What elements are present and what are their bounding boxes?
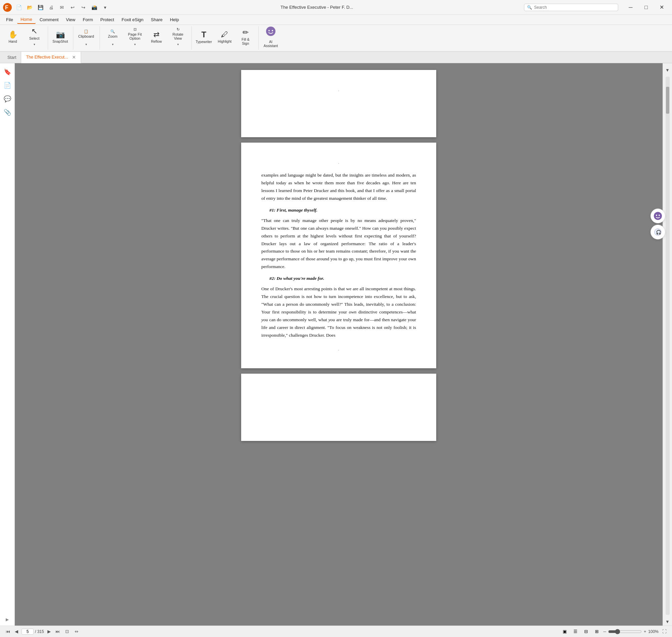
tool-group-annotate: T Typewriter 🖊 Highlight ✏ Fill & Sign — [194, 26, 259, 50]
clipboard-label: Clipboard — [78, 34, 94, 38]
print-button[interactable]: 🖨 — [47, 3, 56, 12]
tool-group-ai: AI Assistant — [261, 26, 284, 50]
window-controls: ─ □ ✕ — [623, 2, 669, 13]
menu-home[interactable]: Home — [17, 16, 36, 24]
status-right: ▣ ☰ ⊟ ⊞ ─ + 100% ⛶ — [560, 628, 668, 635]
page-dot-top: . — [261, 87, 416, 92]
tool-group-snapshot: 📷 SnapShot — [50, 26, 73, 50]
undo-button[interactable]: ↩ — [68, 3, 77, 12]
select-tool[interactable]: ↖ Select — [23, 26, 45, 41]
svg-point-7 — [658, 215, 660, 216]
pdf-page-bottom — [241, 374, 436, 441]
pdf-viewer[interactable]: . . examples and language might be dated… — [15, 63, 662, 625]
search-input[interactable] — [534, 5, 615, 10]
right-panel-btn-1[interactable]: ▼ — [664, 66, 672, 74]
fit-width-button[interactable]: ⇔ — [73, 628, 80, 635]
single-page-view[interactable]: ▣ — [560, 628, 569, 635]
sidebar-collapse-button[interactable]: ▶ — [4, 616, 11, 623]
pagefit-tool[interactable]: ⊡ Page Fit Option — [124, 26, 146, 41]
clipboard-dropdown[interactable]: ▾ — [75, 41, 97, 48]
menu-form[interactable]: Form — [79, 16, 96, 23]
ai-assistant-tool[interactable]: AI Assistant — [261, 26, 281, 48]
rotateview-dropdown[interactable]: ▾ — [167, 41, 189, 48]
highlight-tool[interactable]: 🖊 Highlight — [215, 26, 235, 48]
continuous-view[interactable]: ☰ — [571, 628, 580, 635]
hand-tool[interactable]: ✋ Hand — [3, 26, 23, 48]
dropdown-button[interactable]: ▾ — [100, 3, 110, 12]
two-page-continuous[interactable]: ⊞ — [593, 628, 601, 635]
last-page-button[interactable]: ⏭ — [54, 628, 61, 635]
open-button[interactable]: 📂 — [25, 3, 34, 12]
quick-access-toolbar: 📄 📂 💾 🖨 ✉ ↩ ↪ 📸 ▾ — [14, 3, 110, 12]
heading-2: #2: Do what you're made for. — [261, 275, 416, 283]
select-dropdown[interactable]: ▾ — [23, 41, 45, 48]
prev-page-button[interactable]: ◀ — [13, 628, 20, 635]
tabbar: Start The Effective Execut... ✕ — [0, 52, 672, 63]
close-button[interactable]: ✕ — [654, 2, 669, 13]
two-page-view[interactable]: ⊟ — [582, 628, 591, 635]
page-number-input[interactable] — [21, 629, 34, 635]
tab-document[interactable]: The Effective Execut... ✕ — [21, 52, 81, 63]
snapshot-tool[interactable]: 📷 SnapShot — [50, 26, 70, 48]
fit-page-button[interactable]: ⊡ — [63, 628, 71, 635]
new-button[interactable]: 📄 — [14, 3, 23, 12]
menu-file[interactable]: File — [3, 16, 17, 23]
sidebar-pages[interactable]: 📄 — [1, 79, 14, 91]
menu-help[interactable]: Help — [166, 16, 182, 23]
clipboard-tool[interactable]: 📋 Clipboard — [75, 26, 97, 41]
maximize-button[interactable]: □ — [638, 2, 654, 13]
pagefit-dropdown[interactable]: ▾ — [124, 41, 146, 48]
rotateview-tool[interactable]: ↻ Rotate View — [167, 26, 189, 41]
next-page-button[interactable]: ▶ — [46, 628, 53, 635]
tab-close-button[interactable]: ✕ — [72, 54, 76, 60]
menu-view[interactable]: View — [62, 16, 79, 23]
svg-point-5 — [654, 212, 662, 220]
ai-floating-panel: 🎧 — [651, 208, 665, 239]
fill-sign-label: Fill & Sign — [241, 37, 249, 46]
sidebar-attachments[interactable]: 📎 — [1, 106, 14, 119]
scrollbar-thumb[interactable] — [666, 87, 669, 114]
hand-icon: ✋ — [8, 31, 18, 38]
fill-sign-tool[interactable]: ✏ Fill & Sign — [235, 26, 256, 48]
minimize-button[interactable]: ─ — [623, 2, 638, 13]
snapshot-label: SnapShot — [53, 39, 68, 43]
zoom-tool[interactable]: 🔍 Zoom — [102, 26, 124, 41]
sidebar-comments[interactable]: 💬 — [1, 93, 14, 105]
tool-group-view: 🔍 Zoom ▾ ⊡ Page Fit Option ▾ ⇄ Reflow ↻ … — [102, 26, 192, 50]
typewriter-tool[interactable]: T Typewriter — [194, 26, 214, 48]
tab-start[interactable]: Start — [3, 52, 21, 63]
menubar: File Home Comment View Form Protect Foxi… — [0, 15, 672, 25]
headphone-floating-button[interactable]: 🎧 — [651, 225, 665, 239]
zoom-tool-group: 🔍 Zoom ▾ — [102, 26, 124, 48]
menu-foxiteSign[interactable]: Foxit eSign — [118, 16, 147, 23]
zoom-slider[interactable] — [608, 629, 642, 634]
statusbar: ⏮ ◀ / 315 ▶ ⏭ ⊡ ⇔ ▣ ☰ ⊟ ⊞ ─ + 100% ⛶ — [0, 625, 672, 637]
main-area: 🔖 📄 💬 📎 ▶ . . examples and language migh… — [0, 63, 672, 625]
pagefit-icon: ⊡ — [133, 27, 137, 32]
menu-protect[interactable]: Protect — [97, 16, 117, 23]
rotateview-tool-group: ↻ Rotate View ▾ — [167, 26, 189, 48]
save-button[interactable]: 💾 — [36, 3, 45, 12]
reflow-label: Reflow — [151, 39, 162, 43]
email-button[interactable]: ✉ — [57, 3, 67, 12]
menu-comment[interactable]: Comment — [36, 16, 62, 23]
zoom-dropdown[interactable]: ▾ — [102, 41, 124, 48]
tab-document-label: The Effective Execut... — [26, 55, 68, 59]
zoom-out-icon: ─ — [603, 629, 606, 634]
right-panel: ▼ ▼ — [662, 63, 672, 625]
paragraph-3: One of Drucker's most arresting points i… — [261, 285, 416, 339]
reflow-tool[interactable]: ⇄ Reflow — [146, 26, 166, 48]
rotateview-label: Rotate View — [172, 32, 183, 40]
toolbar: ✋ Hand ↖ Select ▾ 📷 SnapShot 📋 Clipboard… — [0, 25, 672, 52]
ai-floating-button[interactable] — [651, 208, 665, 223]
menu-share[interactable]: Share — [148, 16, 166, 23]
fullscreen-button[interactable]: ⛶ — [660, 628, 668, 635]
select-icon: ↖ — [31, 27, 37, 36]
search-box[interactable]: 🔍 — [524, 4, 618, 11]
redo-button[interactable]: ↪ — [79, 3, 88, 12]
snapshot-button[interactable]: 📸 — [89, 3, 99, 12]
sidebar-bookmarks[interactable]: 🔖 — [1, 66, 14, 78]
fill-sign-icon: ✏ — [242, 29, 249, 36]
right-panel-btn-2[interactable]: ▼ — [664, 618, 672, 625]
first-page-button[interactable]: ⏮ — [4, 628, 12, 635]
